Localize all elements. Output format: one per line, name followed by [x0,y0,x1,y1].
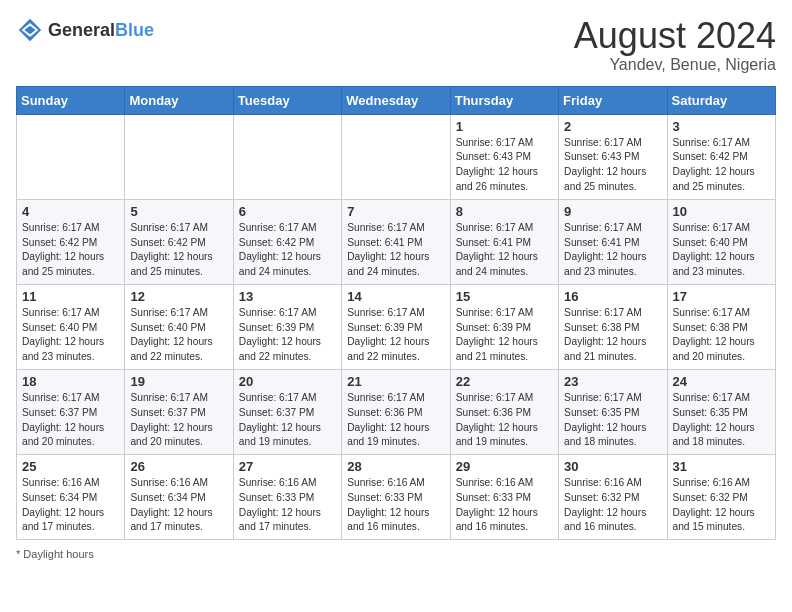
col-thursday: Thursday [450,86,558,114]
table-row: 5 Sunrise: 6:17 AMSunset: 6:42 PMDayligh… [125,199,233,284]
day-number: 13 [239,289,336,304]
day-number: 7 [347,204,444,219]
table-row: 10 Sunrise: 6:17 AMSunset: 6:40 PMDaylig… [667,199,775,284]
table-row: 8 Sunrise: 6:17 AMSunset: 6:41 PMDayligh… [450,199,558,284]
calendar-week-row: 25 Sunrise: 6:16 AMSunset: 6:34 PMDaylig… [17,455,776,540]
day-info: Sunrise: 6:17 AMSunset: 6:41 PMDaylight:… [564,221,661,280]
page-header: GeneralBlue August 2024 Yandev, Benue, N… [16,16,776,74]
calendar-table: Sunday Monday Tuesday Wednesday Thursday… [16,86,776,541]
day-number: 23 [564,374,661,389]
day-number: 31 [673,459,770,474]
location-title: Yandev, Benue, Nigeria [574,56,776,74]
day-number: 20 [239,374,336,389]
day-info: Sunrise: 6:17 AMSunset: 6:43 PMDaylight:… [456,136,553,195]
day-info: Sunrise: 6:16 AMSunset: 6:34 PMDaylight:… [130,476,227,535]
table-row: 12 Sunrise: 6:17 AMSunset: 6:40 PMDaylig… [125,284,233,369]
table-row: 30 Sunrise: 6:16 AMSunset: 6:32 PMDaylig… [559,455,667,540]
day-number: 5 [130,204,227,219]
logo-blue: Blue [115,20,154,40]
table-row: 3 Sunrise: 6:17 AMSunset: 6:42 PMDayligh… [667,114,775,199]
day-info: Sunrise: 6:17 AMSunset: 6:39 PMDaylight:… [239,306,336,365]
table-row: 13 Sunrise: 6:17 AMSunset: 6:39 PMDaylig… [233,284,341,369]
day-number: 18 [22,374,119,389]
day-info: Sunrise: 6:17 AMSunset: 6:41 PMDaylight:… [347,221,444,280]
day-info: Sunrise: 6:16 AMSunset: 6:34 PMDaylight:… [22,476,119,535]
footer-note: * Daylight hours [16,548,776,560]
col-wednesday: Wednesday [342,86,450,114]
col-saturday: Saturday [667,86,775,114]
day-number: 2 [564,119,661,134]
daylight-label: Daylight hours [23,548,93,560]
table-row: 14 Sunrise: 6:17 AMSunset: 6:39 PMDaylig… [342,284,450,369]
table-row: 17 Sunrise: 6:17 AMSunset: 6:38 PMDaylig… [667,284,775,369]
day-info: Sunrise: 6:17 AMSunset: 6:40 PMDaylight:… [130,306,227,365]
day-number: 29 [456,459,553,474]
day-info: Sunrise: 6:17 AMSunset: 6:37 PMDaylight:… [22,391,119,450]
day-number: 28 [347,459,444,474]
day-number: 30 [564,459,661,474]
table-row: 20 Sunrise: 6:17 AMSunset: 6:37 PMDaylig… [233,369,341,454]
table-row: 15 Sunrise: 6:17 AMSunset: 6:39 PMDaylig… [450,284,558,369]
day-number: 24 [673,374,770,389]
logo-icon [16,16,44,44]
day-number: 16 [564,289,661,304]
table-row [233,114,341,199]
day-info: Sunrise: 6:17 AMSunset: 6:38 PMDaylight:… [673,306,770,365]
table-row: 31 Sunrise: 6:16 AMSunset: 6:32 PMDaylig… [667,455,775,540]
day-number: 3 [673,119,770,134]
logo-text: GeneralBlue [48,20,154,41]
day-number: 9 [564,204,661,219]
day-number: 25 [22,459,119,474]
table-row [342,114,450,199]
day-info: Sunrise: 6:16 AMSunset: 6:33 PMDaylight:… [456,476,553,535]
day-info: Sunrise: 6:17 AMSunset: 6:35 PMDaylight:… [564,391,661,450]
logo: GeneralBlue [16,16,154,44]
day-info: Sunrise: 6:17 AMSunset: 6:42 PMDaylight:… [130,221,227,280]
day-info: Sunrise: 6:16 AMSunset: 6:32 PMDaylight:… [564,476,661,535]
day-info: Sunrise: 6:17 AMSunset: 6:40 PMDaylight:… [673,221,770,280]
title-section: August 2024 Yandev, Benue, Nigeria [574,16,776,74]
calendar-week-row: 18 Sunrise: 6:17 AMSunset: 6:37 PMDaylig… [17,369,776,454]
day-info: Sunrise: 6:16 AMSunset: 6:32 PMDaylight:… [673,476,770,535]
table-row: 23 Sunrise: 6:17 AMSunset: 6:35 PMDaylig… [559,369,667,454]
day-info: Sunrise: 6:16 AMSunset: 6:33 PMDaylight:… [347,476,444,535]
table-row: 22 Sunrise: 6:17 AMSunset: 6:36 PMDaylig… [450,369,558,454]
day-number: 6 [239,204,336,219]
table-row: 4 Sunrise: 6:17 AMSunset: 6:42 PMDayligh… [17,199,125,284]
day-info: Sunrise: 6:17 AMSunset: 6:42 PMDaylight:… [22,221,119,280]
table-row: 28 Sunrise: 6:16 AMSunset: 6:33 PMDaylig… [342,455,450,540]
col-monday: Monday [125,86,233,114]
day-info: Sunrise: 6:17 AMSunset: 6:42 PMDaylight:… [673,136,770,195]
day-info: Sunrise: 6:17 AMSunset: 6:39 PMDaylight:… [347,306,444,365]
table-row [125,114,233,199]
day-info: Sunrise: 6:17 AMSunset: 6:36 PMDaylight:… [456,391,553,450]
table-row: 9 Sunrise: 6:17 AMSunset: 6:41 PMDayligh… [559,199,667,284]
table-row: 27 Sunrise: 6:16 AMSunset: 6:33 PMDaylig… [233,455,341,540]
day-number: 8 [456,204,553,219]
table-row: 2 Sunrise: 6:17 AMSunset: 6:43 PMDayligh… [559,114,667,199]
day-info: Sunrise: 6:17 AMSunset: 6:37 PMDaylight:… [130,391,227,450]
day-info: Sunrise: 6:17 AMSunset: 6:38 PMDaylight:… [564,306,661,365]
day-number: 11 [22,289,119,304]
day-number: 21 [347,374,444,389]
day-number: 17 [673,289,770,304]
col-sunday: Sunday [17,86,125,114]
table-row [17,114,125,199]
day-number: 1 [456,119,553,134]
day-number: 4 [22,204,119,219]
calendar-week-row: 1 Sunrise: 6:17 AMSunset: 6:43 PMDayligh… [17,114,776,199]
calendar-week-row: 11 Sunrise: 6:17 AMSunset: 6:40 PMDaylig… [17,284,776,369]
table-row: 21 Sunrise: 6:17 AMSunset: 6:36 PMDaylig… [342,369,450,454]
col-tuesday: Tuesday [233,86,341,114]
day-info: Sunrise: 6:17 AMSunset: 6:43 PMDaylight:… [564,136,661,195]
day-number: 15 [456,289,553,304]
table-row: 19 Sunrise: 6:17 AMSunset: 6:37 PMDaylig… [125,369,233,454]
table-row: 6 Sunrise: 6:17 AMSunset: 6:42 PMDayligh… [233,199,341,284]
calendar-header-row: Sunday Monday Tuesday Wednesday Thursday… [17,86,776,114]
table-row: 26 Sunrise: 6:16 AMSunset: 6:34 PMDaylig… [125,455,233,540]
day-info: Sunrise: 6:17 AMSunset: 6:36 PMDaylight:… [347,391,444,450]
day-info: Sunrise: 6:17 AMSunset: 6:40 PMDaylight:… [22,306,119,365]
day-info: Sunrise: 6:16 AMSunset: 6:33 PMDaylight:… [239,476,336,535]
table-row: 16 Sunrise: 6:17 AMSunset: 6:38 PMDaylig… [559,284,667,369]
day-number: 27 [239,459,336,474]
